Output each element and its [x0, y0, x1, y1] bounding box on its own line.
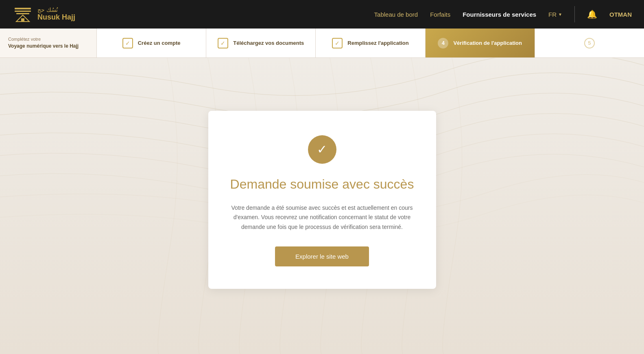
nav-fournisseurs[interactable]: Fournisseurs de services	[463, 11, 536, 18]
lang-label: FR	[548, 11, 557, 18]
success-card: ✓ Demande soumise avec succès Votre dema…	[208, 111, 436, 289]
step-3[interactable]: ✓ Remplissez l'application	[316, 29, 425, 57]
stepper-sidebar: Complétez votre Voyage numérique vers le…	[0, 29, 97, 57]
step-2-label: Téléchargez vos documents	[233, 40, 304, 46]
svg-rect-5	[21, 18, 24, 22]
stepper: Complétez votre Voyage numérique vers le…	[0, 29, 644, 58]
logo-text: Nusuk Hajj	[37, 13, 75, 21]
step-1-label: Créez un compte	[138, 40, 181, 46]
nav-forfaits[interactable]: Forfaits	[430, 11, 450, 18]
success-description: Votre demande a été soumise avec succès …	[229, 203, 416, 232]
checkmark-icon: ✓	[317, 143, 327, 156]
svg-rect-3	[16, 13, 29, 14]
logo[interactable]: نُسُك حج Nusuk Hajj	[12, 4, 75, 25]
step-1[interactable]: ✓ Créez un compte	[97, 29, 206, 57]
svg-rect-2	[15, 11, 31, 12]
step-3-label: Remplissez l'application	[347, 40, 408, 46]
step-4-number: 4	[438, 38, 448, 48]
success-circle-icon: ✓	[308, 135, 336, 164]
notification-bell-icon[interactable]: 🔔	[587, 9, 597, 19]
stepper-sidebar-label2: Voyage numérique vers le Hajj	[8, 43, 88, 50]
lang-selector[interactable]: FR ▼	[548, 11, 562, 18]
svg-rect-1	[15, 8, 31, 9]
success-title: Demande soumise avec succès	[229, 176, 416, 193]
step-1-check-icon: ✓	[122, 38, 133, 48]
explore-website-button[interactable]: Explorer le site web	[275, 246, 369, 266]
step-5-number: 5	[584, 38, 595, 48]
stepper-steps: ✓ Créez un compte ✓ Téléchargez vos docu…	[97, 29, 644, 57]
step-4-label: Vérification de l'application	[453, 40, 522, 46]
stepper-sidebar-label1: Complétez votre	[8, 36, 88, 42]
chevron-down-icon: ▼	[558, 12, 562, 17]
step-4[interactable]: 4 Vérification de l'application	[426, 29, 535, 57]
main-area: ✓ Demande soumise avec succès Votre dema…	[0, 58, 644, 354]
step-3-check-icon: ✓	[332, 38, 343, 48]
nav-dashboard[interactable]: Tableau de bord	[374, 11, 418, 18]
divider	[574, 6, 575, 22]
step-2[interactable]: ✓ Téléchargez vos documents	[206, 29, 316, 57]
step-5[interactable]: 5	[535, 29, 644, 57]
nav-links: Tableau de bord Forfaits Fournisseurs de…	[374, 6, 632, 22]
navbar: نُسُك حج Nusuk Hajj Tableau de bord Forf…	[0, 0, 644, 29]
step-2-check-icon: ✓	[218, 38, 228, 48]
user-name: OTMAN	[609, 11, 632, 18]
logo-arabic: نُسُك حج	[37, 7, 75, 13]
